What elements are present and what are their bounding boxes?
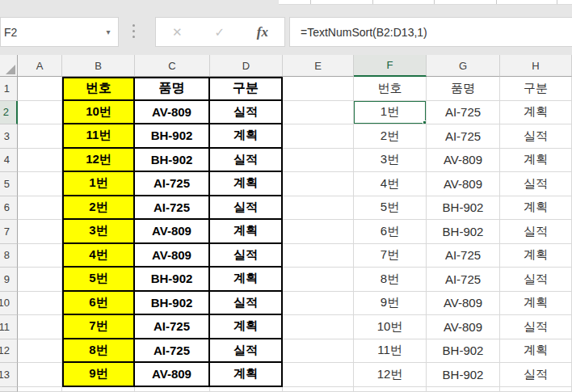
cell-G9[interactable]: AI-725 xyxy=(427,268,500,292)
cell-B5[interactable]: 1번 xyxy=(62,172,135,196)
cell-F8[interactable]: 7번 xyxy=(354,244,427,268)
cell-D7[interactable]: 계획 xyxy=(210,220,283,244)
cell-A13[interactable] xyxy=(18,363,62,387)
row-header-12[interactable]: 12 xyxy=(0,339,18,364)
cell-C14[interactable] xyxy=(135,387,210,392)
cell-C11[interactable]: AI-725 xyxy=(135,315,210,339)
cell-D3[interactable]: 계획 xyxy=(210,124,283,149)
cell-H11[interactable]: 실적 xyxy=(500,315,572,339)
cell-H1[interactable]: 구분 xyxy=(500,77,572,101)
cell-D6[interactable]: 실적 xyxy=(210,196,283,221)
cell-A9[interactable] xyxy=(18,268,62,292)
cell-A1[interactable] xyxy=(18,77,62,101)
cell-A7[interactable] xyxy=(18,220,62,244)
column-header-F[interactable]: F xyxy=(354,55,427,77)
column-header-B[interactable]: B xyxy=(62,55,135,77)
row-header-3[interactable]: 3 xyxy=(0,124,18,149)
row-header-13[interactable]: 13 xyxy=(0,363,18,387)
column-header-E[interactable]: E xyxy=(283,55,354,77)
cell-C5[interactable]: AI-725 xyxy=(135,172,210,196)
row-header-4[interactable]: 4 xyxy=(0,149,18,173)
cell-D1[interactable]: 구분 xyxy=(210,77,283,101)
column-header-D[interactable]: D xyxy=(210,55,283,77)
cell-F11[interactable]: 10번 xyxy=(354,315,427,339)
row-header-9[interactable]: 9 xyxy=(0,268,18,292)
cell-H4[interactable]: 계획 xyxy=(500,149,572,173)
cell-F12[interactable]: 11번 xyxy=(354,339,427,364)
cell-A12[interactable] xyxy=(18,339,62,364)
cell-E4[interactable] xyxy=(283,149,354,173)
cell-H2[interactable]: 계획 xyxy=(500,101,572,125)
cell-C4[interactable]: BH-902 xyxy=(135,149,210,173)
cell-B10[interactable]: 6번 xyxy=(62,292,135,316)
cell-E8[interactable] xyxy=(283,244,354,268)
cell-D13[interactable]: 계획 xyxy=(210,363,283,387)
cell-F6[interactable]: 5번 xyxy=(354,196,427,221)
cell-G1[interactable]: 품명 xyxy=(427,77,500,101)
cell-C2[interactable]: AV-809 xyxy=(135,101,210,125)
cell-E2[interactable] xyxy=(283,101,354,125)
cell-A5[interactable] xyxy=(18,172,62,196)
cell-C1[interactable]: 품명 xyxy=(135,77,210,101)
cell-B8[interactable]: 4번 xyxy=(62,244,135,268)
cell-F10[interactable]: 9번 xyxy=(354,292,427,316)
cell-B4[interactable]: 12번 xyxy=(62,149,135,173)
cell-G8[interactable]: AI-725 xyxy=(427,244,500,268)
cell-E13[interactable] xyxy=(283,363,354,387)
cell-F7[interactable]: 6번 xyxy=(354,220,427,244)
cell-B12[interactable]: 8번 xyxy=(62,339,135,364)
cell-H7[interactable]: 실적 xyxy=(500,220,572,244)
cell-E3[interactable] xyxy=(283,124,354,149)
cell-C12[interactable]: AI-725 xyxy=(135,339,210,364)
cell-E7[interactable] xyxy=(283,220,354,244)
column-header-C[interactable]: C xyxy=(135,55,210,77)
cell-G12[interactable]: BH-902 xyxy=(427,339,500,364)
cancel-icon[interactable]: ✕ xyxy=(172,26,183,38)
cell-E5[interactable] xyxy=(283,172,354,196)
row-header-2[interactable]: 2 xyxy=(0,101,18,125)
cell-G7[interactable]: BH-902 xyxy=(427,220,500,244)
cell-C7[interactable]: AV-809 xyxy=(135,220,210,244)
cell-A8[interactable] xyxy=(18,244,62,268)
cell-G11[interactable]: AV-809 xyxy=(427,315,500,339)
cell-D2[interactable]: 실적 xyxy=(210,101,283,125)
cell-G6[interactable]: BH-902 xyxy=(427,196,500,221)
cell-D11[interactable]: 계획 xyxy=(210,315,283,339)
cell-F13[interactable]: 12번 xyxy=(354,363,427,387)
cell-B2[interactable]: 10번 xyxy=(62,101,135,125)
cell-D12[interactable]: 실적 xyxy=(210,339,283,364)
cell-G2[interactable]: AI-725 xyxy=(427,101,500,125)
cell-F3[interactable]: 2번 xyxy=(354,124,427,149)
cell-E10[interactable] xyxy=(283,292,354,316)
cell-H8[interactable]: 계획 xyxy=(500,244,572,268)
cell-A2[interactable] xyxy=(18,101,62,125)
cell-C8[interactable]: AV-809 xyxy=(135,244,210,268)
select-all-corner[interactable] xyxy=(0,55,18,77)
cell-C13[interactable]: AV-809 xyxy=(135,363,210,387)
cell-E1[interactable] xyxy=(283,77,354,101)
cell-F5[interactable]: 4번 xyxy=(354,172,427,196)
cell-F4[interactable]: 3번 xyxy=(354,149,427,173)
column-header-A[interactable]: A xyxy=(18,55,62,77)
cell-D8[interactable]: 실적 xyxy=(210,244,283,268)
cell-B7[interactable]: 3번 xyxy=(62,220,135,244)
cell-F2[interactable]: 1번 xyxy=(354,101,427,125)
cell-E9[interactable] xyxy=(283,268,354,292)
cell-B14[interactable] xyxy=(62,387,135,392)
column-header-H[interactable]: H xyxy=(500,55,572,77)
row-header-7[interactable]: 7 xyxy=(0,220,18,244)
row-header-6[interactable]: 6 xyxy=(0,196,18,221)
name-box-dropdown-icon[interactable]: ▾ xyxy=(99,27,118,36)
cell-G5[interactable]: AV-809 xyxy=(427,172,500,196)
row-header-8[interactable]: 8 xyxy=(0,244,18,268)
cell-H9[interactable]: 실적 xyxy=(500,268,572,292)
cell-A3[interactable] xyxy=(18,124,62,149)
cell-D4[interactable]: 실적 xyxy=(210,149,283,173)
row-header-14[interactable]: 14 xyxy=(0,387,18,392)
enter-icon[interactable]: ✓ xyxy=(214,26,225,38)
cell-F14[interactable] xyxy=(354,387,427,392)
insert-function-icon[interactable]: fx xyxy=(257,24,268,40)
formula-bar-input[interactable]: =TextNumSort(B2:D13,1) xyxy=(289,17,572,47)
cell-H5[interactable]: 실적 xyxy=(500,172,572,196)
cell-E11[interactable] xyxy=(283,315,354,339)
